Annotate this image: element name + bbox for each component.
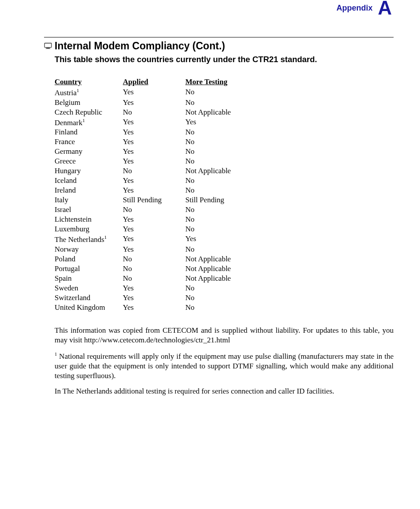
table-header-row: Country Applied More Testing [55,78,265,87]
cell-country: Denmark1 [55,117,123,128]
cell-country: Luxemburg [55,224,123,234]
title-row: Internal Modem Compliancy (Cont.) [44,40,394,52]
cell-more-testing: No [185,186,265,195]
paragraph-netherlands: In The Netherlands additional testing is… [55,386,394,396]
cell-applied: Yes [123,224,185,234]
cell-country: Italy [55,195,123,205]
cell-applied: Yes [123,293,185,303]
table-row: IsraelNoNo [55,205,265,215]
cell-country: Austria1 [55,87,123,98]
cell-country: Lichtenstein [55,215,123,224]
ctr21-table: Country Applied More Testing Austria1Yes… [55,78,394,312]
footnote-text: National requirements will apply only if… [55,352,394,380]
cell-country: Iceland [55,176,123,186]
cell-more-testing: Not Applicable [185,166,265,176]
cell-applied: Yes [123,176,185,186]
cell-applied: No [123,205,185,215]
cell-country: Poland [55,254,123,264]
table-row: ItalyStill PendingStill Pending [55,195,265,205]
cell-country: Israel [55,205,123,215]
table-row: FinlandYesNo [55,127,265,137]
cell-applied: Yes [123,186,185,195]
table-row: SwitzerlandYesNo [55,293,265,303]
cell-more-testing: No [185,293,265,303]
cell-more-testing: No [185,176,265,186]
cell-country: Norway [55,245,123,254]
table-row: FranceYesNo [55,137,265,147]
cell-applied: Yes [123,147,185,156]
cell-applied: No [123,166,185,176]
th-more-testing: More Testing [185,78,265,87]
cell-more-testing: Not Applicable [185,254,265,264]
cell-country: France [55,137,123,147]
table-row: SwedenYesNo [55,283,265,293]
cell-more-testing: Still Pending [185,195,265,205]
table-row: PolandNoNot Applicable [55,254,265,264]
th-country: Country [55,78,123,87]
cell-country: Portugal [55,264,123,274]
cell-applied: Yes [123,215,185,224]
cell-country: Finland [55,127,123,137]
appendix-letter: A [378,0,392,18]
table-row: IcelandYesNo [55,176,265,186]
appendix-header: Appendix A [44,0,394,18]
cell-applied: No [123,274,185,283]
table-row: Denmark1YesYes [55,117,265,128]
cell-more-testing: No [185,147,265,156]
cell-more-testing: No [185,245,265,254]
cell-more-testing: Not Applicable [185,274,265,283]
cell-more-testing: No [185,283,265,293]
cell-more-testing: No [185,137,265,147]
monitor-icon [44,43,52,49]
svg-rect-1 [47,48,49,48]
table-row: NorwayYesNo [55,245,265,254]
page: Appendix A Internal Modem Compliancy (Co… [0,0,420,414]
cell-applied: Yes [123,98,185,108]
svg-rect-0 [44,43,52,48]
table-row: PortugalNoNot Applicable [55,264,265,274]
cell-applied: Yes [123,117,185,128]
cell-more-testing: No [185,215,265,224]
cell-applied: Yes [123,234,185,245]
table-row: SpainNoNot Applicable [55,274,265,283]
table-row: Austria1YesNo [55,87,265,98]
paragraph-footnote: 1 National requirements will apply only … [55,351,394,380]
page-title: Internal Modem Compliancy (Cont.) [55,40,225,52]
cell-applied: Yes [123,303,185,312]
cell-applied: Still Pending [123,195,185,205]
cell-more-testing: No [185,98,265,108]
cell-country: Spain [55,274,123,283]
cell-country: Czech Republic [55,108,123,117]
table-row: LichtensteinYesNo [55,215,265,224]
cell-more-testing: Not Applicable [185,108,265,117]
table-row: GreeceYesNo [55,156,265,166]
appendix-label: Appendix [336,4,372,12]
footnote-ref: 1 [104,234,107,240]
table-row: GermanyYesNo [55,147,265,156]
cell-more-testing: No [185,127,265,137]
cell-more-testing: No [185,87,265,98]
footnote-ref: 1 [77,88,79,93]
paragraph-source: This information was copied from CETECOM… [55,326,394,345]
cell-more-testing: Yes [185,234,265,245]
cell-applied: Yes [123,137,185,147]
cell-country: United Kingdom [55,303,123,312]
table-row: United KingdomYesNo [55,303,265,312]
cell-more-testing: No [185,303,265,312]
cell-country: The Netherlands1 [55,234,123,245]
cell-country: Germany [55,147,123,156]
page-subtitle: This table shows the countries currently… [55,55,394,64]
cell-country: Switzerland [55,293,123,303]
header-rule [44,37,394,37]
cell-applied: Yes [123,87,185,98]
cell-applied: Yes [123,156,185,166]
cell-applied: Yes [123,283,185,293]
table-row: IrelandYesNo [55,186,265,195]
cell-country: Greece [55,156,123,166]
cell-applied: No [123,264,185,274]
cell-applied: Yes [123,245,185,254]
cell-more-testing: No [185,156,265,166]
cell-applied: Yes [123,127,185,137]
table-row: LuxemburgYesNo [55,224,265,234]
cell-more-testing: No [185,224,265,234]
